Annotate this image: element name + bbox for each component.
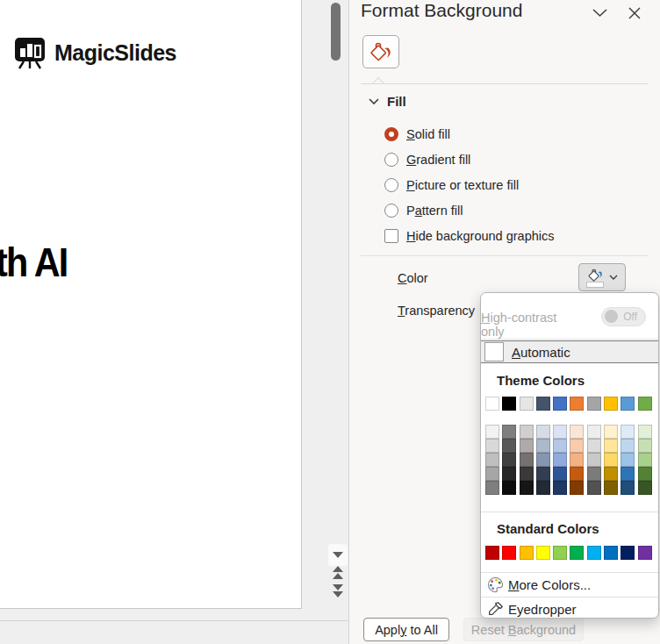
color-swatch[interactable]: [587, 425, 601, 439]
radio-pattern-fill[interactable]: Pattern fill: [384, 202, 463, 219]
color-swatch[interactable]: [520, 467, 534, 481]
color-swatch[interactable]: [502, 425, 516, 439]
color-swatch[interactable]: [604, 467, 618, 481]
color-swatch[interactable]: [520, 439, 534, 453]
color-swatch[interactable]: [621, 425, 635, 439]
color-swatch[interactable]: [553, 425, 567, 439]
color-swatch[interactable]: [638, 425, 652, 439]
transparency-label: Transparency: [398, 304, 475, 318]
color-swatch[interactable]: [570, 397, 584, 411]
color-swatch[interactable]: [587, 467, 601, 481]
color-swatch[interactable]: [520, 481, 534, 495]
slide-canvas[interactable]: MagicSlides th AI: [0, 0, 302, 609]
color-swatch[interactable]: [553, 397, 567, 411]
color-swatch[interactable]: [502, 453, 516, 467]
checkbox-box[interactable]: [384, 229, 398, 243]
color-swatch[interactable]: [638, 481, 652, 495]
color-swatch[interactable]: [621, 481, 635, 495]
color-swatch[interactable]: [502, 397, 516, 411]
previous-slide-icon[interactable]: [333, 566, 343, 572]
color-swatch[interactable]: [520, 546, 534, 560]
pane-collapse-button[interactable]: [589, 3, 610, 24]
color-swatch[interactable]: [604, 439, 618, 453]
color-swatch[interactable]: [502, 467, 516, 481]
next-slide-icon[interactable]: [333, 591, 343, 597]
color-swatch[interactable]: [485, 453, 499, 467]
radio-circle-selected[interactable]: [384, 127, 398, 141]
color-swatch[interactable]: [502, 546, 516, 560]
radio-solid-fill[interactable]: Solid fill: [384, 125, 450, 143]
color-swatch[interactable]: [485, 467, 499, 481]
color-swatch[interactable]: [638, 397, 652, 411]
color-swatch[interactable]: [536, 467, 550, 481]
pane-close-button[interactable]: [624, 3, 645, 24]
color-swatch[interactable]: [638, 453, 652, 467]
automatic-color-item[interactable]: Automatic: [481, 340, 658, 363]
color-swatch[interactable]: [536, 439, 550, 453]
color-swatch[interactable]: [604, 397, 618, 411]
color-swatch[interactable]: [638, 439, 652, 453]
radio-circle[interactable]: [384, 153, 398, 167]
color-swatch[interactable]: [604, 546, 618, 560]
radio-picture-or-texture-fill[interactable]: Picture or texture fill: [384, 176, 519, 194]
color-swatch[interactable]: [621, 546, 635, 560]
color-swatch[interactable]: [570, 481, 584, 495]
color-swatch[interactable]: [485, 439, 499, 453]
fill-tab-button[interactable]: [362, 35, 399, 68]
color-swatch[interactable]: [621, 439, 635, 453]
color-swatch[interactable]: [587, 481, 601, 495]
radio-circle[interactable]: [384, 204, 398, 218]
fill-section-header[interactable]: Fill: [369, 94, 406, 109]
apply-to-all-button[interactable]: Apply to All: [363, 618, 449, 641]
scroll-down-arrow-icon[interactable]: [333, 552, 343, 558]
automatic-color-swatch: [485, 343, 503, 361]
more-colors-item[interactable]: More Colors...: [481, 573, 658, 596]
close-icon: [628, 7, 641, 19]
color-swatch[interactable]: [604, 425, 618, 439]
color-swatch[interactable]: [485, 397, 499, 411]
color-swatch[interactable]: [553, 546, 567, 560]
color-swatch[interactable]: [621, 467, 635, 481]
color-swatch[interactable]: [587, 453, 601, 467]
color-swatch[interactable]: [587, 546, 601, 560]
color-swatch[interactable]: [570, 546, 584, 560]
color-swatch[interactable]: [502, 439, 516, 453]
color-swatch[interactable]: [570, 425, 584, 439]
checkbox-hide-background-graphics[interactable]: Hide background graphics: [384, 227, 554, 245]
vertical-scrollbar-thumb[interactable]: [331, 3, 341, 61]
color-swatch[interactable]: [621, 453, 635, 467]
color-swatch[interactable]: [520, 397, 534, 411]
color-swatch[interactable]: [587, 397, 601, 411]
color-swatch[interactable]: [570, 439, 584, 453]
color-swatch[interactable]: [536, 481, 550, 495]
radio-gradient-fill[interactable]: Gradient fill: [384, 151, 470, 168]
previous-slide-icon[interactable]: [333, 573, 343, 579]
color-swatch[interactable]: [536, 397, 550, 411]
color-swatch[interactable]: [604, 453, 618, 467]
color-swatch[interactable]: [485, 425, 499, 439]
fill-color-dropdown-button[interactable]: [578, 263, 626, 291]
color-swatch[interactable]: [587, 439, 601, 453]
color-swatch[interactable]: [621, 397, 635, 411]
color-swatch[interactable]: [536, 453, 550, 467]
standard-colors-header: Standard Colors: [497, 521, 599, 536]
color-swatch[interactable]: [553, 481, 567, 495]
color-swatch[interactable]: [502, 481, 516, 495]
color-swatch[interactable]: [553, 467, 567, 481]
color-swatch[interactable]: [604, 481, 618, 495]
color-swatch[interactable]: [536, 546, 550, 560]
color-swatch[interactable]: [638, 546, 652, 560]
eyedropper-item[interactable]: Eyedropper: [481, 597, 658, 620]
color-swatch[interactable]: [520, 425, 534, 439]
color-swatch[interactable]: [485, 546, 499, 560]
color-swatch[interactable]: [485, 481, 499, 495]
color-swatch[interactable]: [553, 439, 567, 453]
next-slide-icon[interactable]: [333, 584, 343, 590]
radio-circle[interactable]: [384, 178, 398, 192]
color-swatch[interactable]: [536, 425, 550, 439]
color-swatch[interactable]: [520, 453, 534, 467]
color-swatch[interactable]: [638, 467, 652, 481]
color-swatch[interactable]: [570, 453, 584, 467]
color-swatch[interactable]: [553, 453, 567, 467]
color-swatch[interactable]: [570, 467, 584, 481]
